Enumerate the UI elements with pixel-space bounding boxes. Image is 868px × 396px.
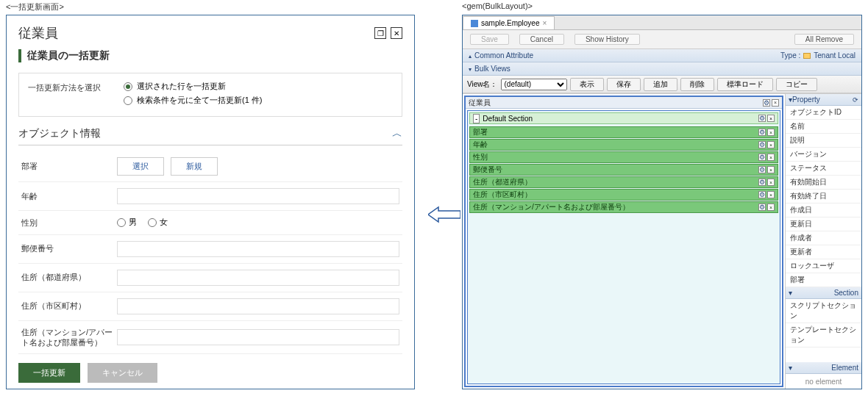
radio-icon <box>124 82 132 91</box>
property-item[interactable]: ロックユーザ <box>786 259 861 273</box>
gear-icon[interactable]: ⚙ <box>758 129 766 136</box>
editor-tabbar: sample.Employee × <box>463 15 861 30</box>
layout-field[interactable]: 郵便番号⚙× <box>469 164 778 176</box>
layout-field[interactable]: 年齢⚙× <box>469 139 778 151</box>
section-title: オブジェクト情報 <box>18 127 101 140</box>
remove-action[interactable]: All Remove <box>794 34 854 45</box>
field-addr: 住所（マンション/アパート名および部屋番号） <box>18 321 402 355</box>
close-icon[interactable]: × <box>767 166 775 173</box>
copy-button[interactable]: コピー <box>776 78 817 91</box>
close-icon[interactable]: × <box>767 179 775 186</box>
std-load-button[interactable]: 標準ロード <box>717 78 773 91</box>
option-selected-rows[interactable]: 選択された行を一括更新 <box>124 81 393 92</box>
gear-icon[interactable]: ⚙ <box>758 154 766 161</box>
close-icon[interactable]: × <box>767 204 775 211</box>
element-bar[interactable]: ▾Element <box>786 362 861 374</box>
view-name-label: View名： <box>467 79 498 90</box>
city-input[interactable] <box>117 298 399 314</box>
chevron-down-icon: ▾ <box>469 66 472 73</box>
history-action[interactable]: Show History <box>574 34 640 45</box>
save-action[interactable]: Save <box>470 34 509 45</box>
close-icon[interactable]: × <box>767 191 775 198</box>
select-button[interactable]: 選択 <box>117 157 164 176</box>
cancel-button[interactable]: キャンセル <box>88 363 157 383</box>
gear-icon[interactable]: ⚙ <box>758 166 766 173</box>
property-item[interactable]: 部署 <box>786 273 861 287</box>
property-bar[interactable]: ▾Property⟳ <box>786 94 861 106</box>
window-close-icon[interactable]: ✕ <box>391 27 402 39</box>
property-item[interactable]: バージョン <box>786 148 861 162</box>
close-icon[interactable]: × <box>772 99 779 107</box>
pref-input[interactable] <box>117 270 399 286</box>
tab-close-icon[interactable]: × <box>542 19 547 27</box>
property-item[interactable]: オブジェクトID <box>786 106 861 120</box>
refresh-icon[interactable]: ⟳ <box>853 96 858 104</box>
type-value: Tenant Local <box>814 51 855 60</box>
gear-icon[interactable]: ⚙ <box>758 204 766 211</box>
common-attribute-bar[interactable]: ▴Common Attribute Type : Tenant Local <box>463 49 861 62</box>
gear-icon[interactable]: ⚙ <box>758 179 766 186</box>
property-item[interactable]: 更新日 <box>786 217 861 231</box>
show-button[interactable]: 表示 <box>570 78 604 91</box>
window-maximize-icon[interactable]: ❐ <box>374 27 386 39</box>
submit-button[interactable]: 一括更新 <box>18 363 80 383</box>
age-input[interactable] <box>117 188 399 204</box>
section-item[interactable]: テンプレートセクション <box>786 323 861 348</box>
option-label: 選択された行を一括更新 <box>137 81 226 92</box>
layout-field[interactable]: 部署⚙× <box>469 126 778 138</box>
layout-field[interactable]: 住所（市区町村）⚙× <box>469 189 778 201</box>
field-label: 住所（マンション/アパート名および部屋番号） <box>21 327 117 348</box>
update-method-box: 一括更新方法を選択 選択された行を一括更新 検索条件を元に全て一括更新(1 件) <box>18 73 402 117</box>
save-button[interactable]: 保存 <box>607 78 641 91</box>
radio-icon <box>124 96 132 105</box>
property-item[interactable]: 有効開始日 <box>786 176 861 190</box>
property-item[interactable]: 更新者 <box>786 245 861 259</box>
addr-input[interactable] <box>117 329 399 345</box>
entity-icon <box>471 20 478 27</box>
view-select[interactable]: (default) <box>501 79 567 90</box>
close-icon[interactable]: × <box>767 154 775 161</box>
bulk-views-bar[interactable]: ▾Bulk Views <box>463 62 861 76</box>
layout-field[interactable]: 性別⚙× <box>469 151 778 163</box>
section-item[interactable]: スクリプトセクション <box>786 299 861 323</box>
property-item[interactable]: 作成日 <box>786 204 861 217</box>
field-label: 住所（都道府県） <box>21 272 117 282</box>
default-section-header[interactable]: -Default Section ⚙× <box>469 112 778 124</box>
new-button[interactable]: 新規 <box>171 157 218 176</box>
gear-icon[interactable]: ⚙ <box>758 191 766 198</box>
zip-input[interactable] <box>117 241 399 257</box>
section-header[interactable]: オブジェクト情報 ︿ <box>18 127 402 145</box>
gear-icon[interactable]: ⚙ <box>758 141 766 148</box>
radio-male[interactable]: 男 <box>117 217 137 228</box>
gear-icon[interactable]: ⚙ <box>758 115 766 122</box>
field-label: 郵便番号 <box>21 243 117 253</box>
field-sex: 性別 男 女 <box>18 211 402 235</box>
editor-tab[interactable]: sample.Employee × <box>463 16 555 29</box>
caption-left: <一括更新画面> <box>6 1 64 12</box>
cancel-action[interactable]: Cancel <box>519 34 564 45</box>
layout-field[interactable]: 住所（マンション/アパート名および部屋番号）⚙× <box>469 201 778 213</box>
property-item[interactable]: 作成者 <box>786 231 861 245</box>
field-label: 年齢 <box>21 191 117 201</box>
property-item[interactable]: 名前 <box>786 120 861 134</box>
caption-right: <gem(BulkLayout)> <box>462 1 533 10</box>
close-icon[interactable]: × <box>767 115 775 122</box>
gear-icon[interactable]: ⚙ <box>763 99 770 107</box>
field-zip: 郵便番号 <box>18 235 402 264</box>
add-button[interactable]: 追加 <box>644 78 677 91</box>
radio-female[interactable]: 女 <box>148 217 168 228</box>
field-pref: 住所（都道府県） <box>18 264 402 292</box>
property-item[interactable]: ステータス <box>786 162 861 176</box>
option-search-condition[interactable]: 検索条件を元に全て一括更新(1 件) <box>124 95 393 106</box>
property-item[interactable]: 説明 <box>786 134 861 148</box>
close-icon[interactable]: × <box>767 141 775 148</box>
radio-label: 女 <box>160 217 168 228</box>
bulk-update-screen: 従業員 ❐ ✕ 従業員の一括更新 一括更新方法を選択 選択された行を一括更新 検… <box>6 15 415 389</box>
layout-field[interactable]: 住所（都道府県）⚙× <box>469 176 778 188</box>
page-title: 従業員 <box>18 24 58 42</box>
section-bar[interactable]: ▾Section <box>786 287 861 299</box>
delete-button[interactable]: 削除 <box>680 78 714 91</box>
property-item[interactable]: 有効終了日 <box>786 190 861 204</box>
editor-actions: Save Cancel Show History All Remove <box>463 30 861 49</box>
close-icon[interactable]: × <box>767 129 775 136</box>
